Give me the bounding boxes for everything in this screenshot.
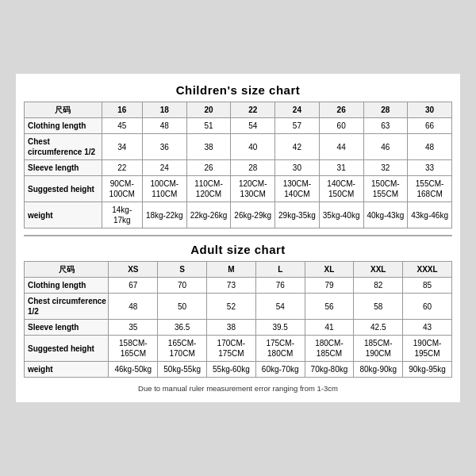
- row-label: Chest circumference 1/2: [25, 294, 109, 320]
- cell-value: 165CM-170CM: [158, 336, 207, 362]
- cell-value: 48: [142, 118, 186, 134]
- cell-value: 158CM-165CM: [109, 336, 158, 362]
- cell-value: 185CM-190CM: [354, 336, 403, 362]
- cell-value: 38: [207, 320, 256, 336]
- cell-value: 60: [403, 294, 452, 320]
- cell-value: 190CM-195CM: [403, 336, 452, 362]
- row-label: weight: [25, 362, 109, 378]
- adult-title: Adult size chart: [24, 243, 452, 256]
- cell-value: 39.5: [255, 320, 305, 336]
- col-header-size: XXL: [354, 262, 403, 278]
- cell-value: 52: [207, 294, 256, 320]
- col-header-size: XL: [305, 262, 354, 278]
- cell-value: 18kg-22kg: [142, 202, 186, 228]
- col-header-size: 20: [186, 102, 231, 118]
- cell-value: 42.5: [354, 320, 403, 336]
- adult-table: 尺码XSSMLXLXXLXXXL Clothing length67707376…: [24, 261, 452, 378]
- cell-value: 42: [275, 134, 320, 160]
- row-label: Suggested height: [25, 176, 102, 202]
- cell-value: 40kg-43kg: [363, 202, 408, 228]
- children-table: 尺码1618202224262830 Clothing length454851…: [24, 102, 452, 228]
- cell-value: 26: [186, 160, 231, 176]
- row-label: Sleeve length: [25, 160, 102, 176]
- cell-value: 79: [305, 278, 354, 294]
- row-label: Sleeve length: [25, 320, 109, 336]
- cell-value: 31: [319, 160, 363, 176]
- cell-value: 35kg-40kg: [319, 202, 363, 228]
- children-title: Children's size chart: [24, 83, 452, 97]
- table-row: Chest circumference 1/248505254565860: [25, 294, 452, 320]
- col-header-label: 尺码: [25, 102, 102, 118]
- cell-value: 54: [231, 118, 275, 134]
- cell-value: 110CM-120CM: [186, 176, 231, 202]
- col-header-size: 18: [142, 102, 186, 118]
- cell-value: 50kg-55kg: [158, 362, 207, 378]
- table-row: Sleeve length2224262830313233: [25, 160, 452, 176]
- cell-value: 34: [102, 134, 142, 160]
- cell-value: 140CM-150CM: [319, 176, 363, 202]
- cell-value: 90CM-100CM: [102, 176, 142, 202]
- cell-value: 90kg-95kg: [403, 362, 452, 378]
- cell-value: 46kg-50kg: [109, 362, 158, 378]
- cell-value: 51: [186, 118, 231, 134]
- cell-value: 33: [408, 160, 452, 176]
- cell-value: 44: [319, 134, 363, 160]
- col-header-size: M: [207, 262, 256, 278]
- col-header-size: 24: [275, 102, 320, 118]
- cell-value: 14kg-17kg: [102, 202, 142, 228]
- cell-value: 80kg-90kg: [354, 362, 403, 378]
- table-row: Sleeve length3536.53839.54142.543: [25, 320, 452, 336]
- col-header-size: S: [158, 262, 207, 278]
- cell-value: 54: [255, 294, 305, 320]
- table-row: Chest circumference 1/23436384042444648: [25, 134, 452, 160]
- row-label: Chest circumference 1/2: [25, 134, 102, 160]
- cell-value: 38: [186, 134, 231, 160]
- cell-value: 70kg-80kg: [305, 362, 354, 378]
- cell-value: 36: [142, 134, 186, 160]
- cell-value: 67: [109, 278, 158, 294]
- row-label: Suggested height: [25, 336, 109, 362]
- row-label: weight: [25, 202, 102, 228]
- cell-value: 130CM-140CM: [275, 176, 320, 202]
- cell-value: 66: [408, 118, 452, 134]
- cell-value: 70: [158, 278, 207, 294]
- cell-value: 55kg-60kg: [207, 362, 256, 378]
- cell-value: 22kg-26kg: [186, 202, 231, 228]
- size-chart-card: Children's size chart 尺码1618202224262830…: [16, 74, 460, 402]
- cell-value: 63: [363, 118, 408, 134]
- cell-value: 170CM-175CM: [207, 336, 256, 362]
- footnote: Due to manual ruler measurement error ra…: [24, 384, 452, 393]
- row-label: Clothing length: [25, 278, 109, 294]
- col-header-size: L: [255, 262, 305, 278]
- divider: [24, 235, 452, 236]
- table-row: weight14kg-17kg18kg-22kg22kg-26kg26kg-29…: [25, 202, 452, 228]
- cell-value: 56: [305, 294, 354, 320]
- col-header-size: 16: [102, 102, 142, 118]
- col-header-size: 26: [319, 102, 363, 118]
- col-header-size: XXXL: [403, 262, 452, 278]
- cell-value: 82: [354, 278, 403, 294]
- table-row: Clothing length4548515457606366: [25, 118, 452, 134]
- col-header-size: 28: [363, 102, 408, 118]
- col-header-size: 30: [408, 102, 452, 118]
- cell-value: 155CM-168CM: [408, 176, 452, 202]
- cell-value: 36.5: [158, 320, 207, 336]
- cell-value: 28: [231, 160, 275, 176]
- cell-value: 26kg-29kg: [231, 202, 275, 228]
- table-row: Clothing length67707376798285: [25, 278, 452, 294]
- cell-value: 48: [109, 294, 158, 320]
- cell-value: 46: [363, 134, 408, 160]
- cell-value: 24: [142, 160, 186, 176]
- cell-value: 175CM-180CM: [255, 336, 305, 362]
- cell-value: 30: [275, 160, 320, 176]
- cell-value: 150CM-155CM: [363, 176, 408, 202]
- cell-value: 120CM-130CM: [231, 176, 275, 202]
- cell-value: 29kg-35kg: [275, 202, 320, 228]
- col-header-size: 22: [231, 102, 275, 118]
- cell-value: 35: [109, 320, 158, 336]
- cell-value: 48: [408, 134, 452, 160]
- cell-value: 100CM-110CM: [142, 176, 186, 202]
- cell-value: 60: [319, 118, 363, 134]
- col-header-label: 尺码: [25, 262, 109, 278]
- table-row: Suggested height90CM-100CM100CM-110CM110…: [25, 176, 452, 202]
